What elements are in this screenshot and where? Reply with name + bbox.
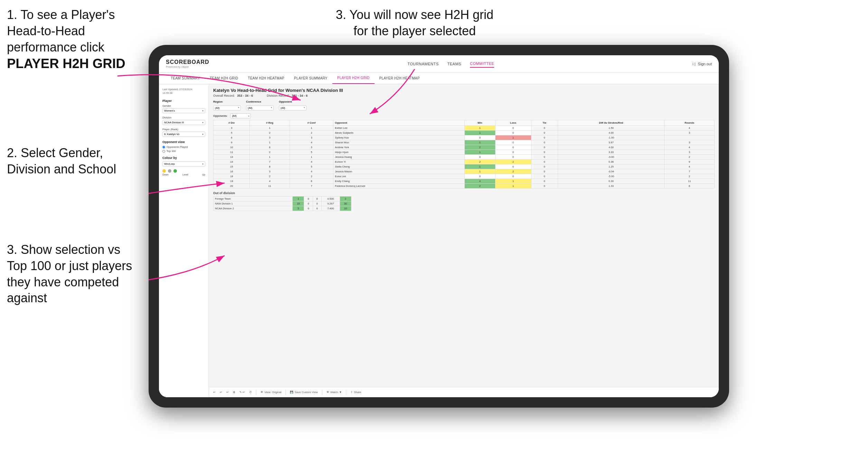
tablet-frame: SCOREBOARD Powered by clippd TOURNAMENTS… bbox=[149, 45, 729, 408]
sidebar-division-label: Division bbox=[162, 116, 205, 119]
sub-nav-team-h2h-grid[interactable]: TEAM H2H GRID bbox=[205, 73, 243, 84]
col-tie: Tie bbox=[531, 120, 558, 126]
bottom-toolbar: ↩ ↩ ↩ ⊞ ✎ ↩ ⏱ 👁 View: Original 💾 Save Cu… bbox=[209, 387, 719, 397]
colour-legend-labels: Down Level Up bbox=[162, 173, 205, 176]
toolbar-undo[interactable]: ↩ bbox=[213, 391, 216, 394]
filters-row: Region (All) Conference (All bbox=[213, 100, 715, 111]
table-row: 19 4 6 Emily Chang 4 1 0 0.30 11 bbox=[214, 179, 715, 184]
toolbar-divider1 bbox=[256, 390, 256, 395]
sidebar-division-select[interactable]: NCAA Division III bbox=[162, 120, 205, 125]
toolbar-clock[interactable]: ⏱ bbox=[249, 391, 252, 394]
left-sidebar: Last Updated: 27/03/2024 16:55:38 Player… bbox=[159, 84, 209, 397]
sidebar-player-rank-select-wrapper: 8. Katelyn Vo bbox=[162, 132, 205, 137]
radio-top100[interactable]: Top 100 bbox=[162, 150, 205, 153]
sub-nav-player-h2h-heatmap[interactable]: PLAYER H2H HEATMAP bbox=[375, 73, 425, 84]
sub-nav-player-summary[interactable]: PLAYER SUMMARY bbox=[289, 73, 332, 84]
division-record-label: Division Record: bbox=[267, 94, 290, 97]
nav-tournaments[interactable]: TOURNAMENTS bbox=[407, 60, 438, 67]
out-of-division-title: Out of division bbox=[213, 191, 715, 195]
toolbar-save-custom[interactable]: 💾 Save Custom View bbox=[290, 391, 318, 394]
col-win: Win bbox=[464, 120, 495, 126]
filter-region: Region (All) bbox=[213, 100, 241, 111]
sidebar-player-rank-select[interactable]: 8. Katelyn Vo bbox=[162, 132, 205, 137]
ood-table-row: Foreign Team 1 0 0 4.500 2 bbox=[214, 197, 351, 201]
col-div: # Div bbox=[214, 120, 250, 126]
sidebar-player-rank-label: Player (Rank) bbox=[162, 128, 205, 131]
table-row: 6 3 3 Sydney Kuo 0 1 0 -1.00 bbox=[214, 135, 715, 140]
instruction-step2: 2. Select Gender, Division and School bbox=[7, 145, 131, 178]
sub-nav-player-h2h-grid[interactable]: PLAYER H2H GRID bbox=[332, 73, 375, 84]
app-logo: SCOREBOARD Powered by clippd bbox=[166, 59, 209, 68]
filter-conference-select[interactable]: (All) bbox=[246, 105, 274, 111]
table-row: 15 8 5 Stella Cheng 1 0 0 1.25 4 bbox=[214, 164, 715, 169]
colour-by-select[interactable]: Win/Loss bbox=[162, 161, 205, 166]
instruction-step3-bottom: 3. Show selection vs Top 100 or just pla… bbox=[7, 242, 138, 306]
table-row: 9 1 4 Sharon Mun 1 0 0 3.67 3 bbox=[214, 140, 715, 145]
opponents-filter-select[interactable]: (All) bbox=[230, 113, 251, 118]
col-reg: # Reg bbox=[250, 120, 290, 126]
grid-title: Katelyn Vo Head-to-Head Grid for Women's… bbox=[213, 88, 715, 93]
colour-by-section: Colour by Win/Loss Down bbox=[162, 156, 205, 176]
toolbar-divider3 bbox=[322, 390, 322, 395]
table-row: 20 11 7 Federica Domecq Lacroze 2 1 0 1.… bbox=[214, 184, 715, 189]
sign-out-link[interactable]: Sign out bbox=[698, 62, 712, 66]
toolbar-undo2[interactable]: ↩ bbox=[220, 391, 222, 394]
sub-nav-team-summary[interactable]: TEAM SUMMARY bbox=[166, 73, 205, 84]
opponents-filter-row: Opponents: (All) bbox=[213, 113, 715, 118]
col-rounds: Rounds bbox=[664, 120, 715, 126]
col-diff: Diff Av Strokes/Rnd bbox=[558, 120, 664, 126]
col-opponent: Opponent bbox=[333, 120, 465, 126]
colour-by-select-wrapper: Win/Loss bbox=[162, 161, 205, 166]
colour-dot-up bbox=[173, 169, 177, 173]
toolbar-view-original[interactable]: 👁 View: Original bbox=[261, 391, 281, 394]
col-conf: # Conf bbox=[290, 120, 333, 126]
opponents-label: Opponents: bbox=[213, 114, 227, 117]
filter-region-label: Region bbox=[213, 100, 241, 103]
out-of-division-table: Foreign Team 1 0 0 4.500 2 NAIA Division… bbox=[213, 196, 351, 211]
ood-table-row: NAIA Division 1 15 0 0 9.267 30 bbox=[214, 201, 351, 206]
col-loss: Loss bbox=[495, 120, 531, 126]
colour-legend bbox=[162, 169, 205, 173]
sidebar-gender-label: Gender bbox=[162, 104, 205, 107]
logo-main: SCOREBOARD bbox=[166, 59, 209, 65]
radio-opponents-played[interactable]: Opponents Played bbox=[162, 145, 205, 149]
table-row: 5 2 2 Alexis Sudjianto 1 0 0 4.00 3 bbox=[214, 131, 715, 135]
sidebar-gender-select-wrapper: Women's bbox=[162, 108, 205, 113]
sidebar-timestamp: Last Updated: 27/03/2024 16:55:38 bbox=[162, 88, 205, 95]
instruction-step1: 1. To see a Player's Head-to-Head perfor… bbox=[7, 7, 138, 73]
filter-conference: Conference (All) bbox=[246, 100, 274, 111]
header-right: i | Sign out bbox=[692, 62, 712, 66]
opponent-view-title: Opponent view bbox=[162, 140, 205, 144]
sub-nav: TEAM SUMMARY TEAM H2H GRID TEAM H2H HEAT… bbox=[159, 73, 719, 84]
nav-teams[interactable]: TEAMS bbox=[447, 60, 461, 67]
sidebar-gender-select[interactable]: Women's bbox=[162, 108, 205, 113]
filter-region-select[interactable]: (All) bbox=[213, 105, 241, 111]
app-header: SCOREBOARD Powered by clippd TOURNAMENTS… bbox=[159, 55, 719, 73]
filter-conference-label: Conference bbox=[246, 100, 274, 103]
toolbar-edit[interactable]: ✎ ↩ bbox=[239, 391, 245, 394]
tablet-screen: SCOREBOARD Powered by clippd TOURNAMENTS… bbox=[159, 55, 719, 397]
sidebar-player-title: Player bbox=[162, 99, 205, 103]
colour-by-label: Colour by bbox=[162, 156, 205, 160]
colour-dot-level bbox=[168, 169, 171, 173]
nav-committee[interactable]: COMMITTEE bbox=[470, 60, 494, 68]
filter-opponent-select[interactable]: (All) bbox=[279, 105, 306, 111]
toolbar-watch[interactable]: 👁 Watch ▼ bbox=[327, 391, 342, 394]
toolbar-undo3[interactable]: ↩ bbox=[226, 391, 229, 394]
toolbar-grid[interactable]: ⊞ bbox=[233, 391, 235, 394]
toolbar-share[interactable]: ⇧ Share bbox=[350, 391, 361, 394]
colour-dot-down bbox=[162, 169, 166, 173]
table-row: 18 2 2 Euna Lee 0 0 0 -5.00 2 bbox=[214, 174, 715, 179]
overall-record-label: Overall Record: bbox=[213, 94, 235, 97]
sub-nav-team-h2h-heatmap[interactable]: TEAM H2H HEATMAP bbox=[243, 73, 289, 84]
app-nav: TOURNAMENTS TEAMS COMMITTEE bbox=[407, 60, 494, 68]
opponent-view-radio-group: Opponents Played Top 100 bbox=[162, 145, 205, 153]
table-row: 10 6 3 Andrea York 2 0 0 4.00 4 bbox=[214, 145, 715, 150]
table-row: 3 1 1 Esther Lee 1 0 0 1.50 4 bbox=[214, 126, 715, 131]
grid-records: Overall Record: 353 - 34 - 6 Division Re… bbox=[213, 94, 715, 97]
table-row: 13 1 1 Jessica Huang 0 0 0 -3.00 2 bbox=[214, 155, 715, 160]
division-record-value: 331 - 34 - 6 bbox=[292, 94, 308, 97]
h2h-table: # Div # Reg # Conf Opponent Win Loss Tie… bbox=[213, 120, 715, 189]
overall-record-value: 353 - 34 - 6 bbox=[237, 94, 253, 97]
instruction-step3-right: 3. You will now see H2H grid for the pla… bbox=[328, 7, 501, 39]
